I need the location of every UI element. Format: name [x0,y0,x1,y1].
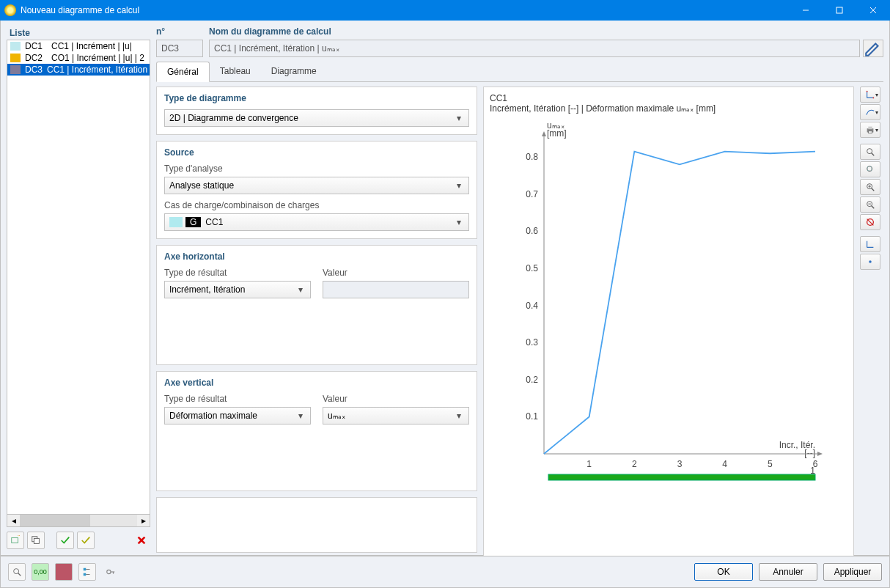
item-label: CO1 | Incrément | |u| | 2 [51,53,144,63]
analysis-type-combo[interactable]: Analyse statique ▾ [164,177,469,194]
field-label: Cas de charge/combinaison de charges [164,200,469,210]
svg-rect-1 [836,7,842,13]
check-yellow-button[interactable] [77,532,95,549]
field-label: Type de résultat [164,268,311,278]
svg-text:0.7: 0.7 [526,189,538,199]
section-title: Type de diagramme [164,93,469,103]
loadcase-color-swatch [169,217,183,227]
svg-rect-34 [548,474,815,480]
dialog-footer: 0,00 OK Annuler Appliquer [0,556,890,588]
item-code: DC2 [25,53,47,63]
svg-point-55 [14,569,19,574]
chart-subtitle: Incrément, Itération [--] | Déformation … [490,103,847,114]
edit-name-button[interactable] [863,40,883,57]
section-title: Axe horizontal [164,251,469,262]
svg-text:3: 3 [677,459,683,469]
main-pane: n° DC3 Nom du diagramme de calcul CC1 | … [156,26,883,549]
chart-panel: CC1 Incrément, Itération [--] | Déformat… [483,87,854,588]
chart-svg: 0.10.20.30.40.50.60.70.8123456uₘₐₓ[mm]In… [490,117,847,498]
tab-general[interactable]: Général [156,62,210,82]
tab-table[interactable]: Tableau [210,62,261,81]
field-label: Valeur [323,394,469,404]
tool-zoom-out-button[interactable] [860,196,880,213]
tool-reset-button[interactable] [860,214,880,230]
chevron-down-icon: ▾ [295,411,306,421]
name-label: Nom du diagramme de calcul [209,26,883,37]
svg-marker-31 [542,131,546,136]
svg-text:1: 1 [810,466,815,476]
diagram-list[interactable]: DC1 CC1 | Incrément | |u| DC2 CO1 | Incr… [7,40,150,515]
svg-line-42 [872,153,875,156]
color-swatch [10,42,21,51]
item-label: CC1 | Incrément, Itération | u [47,65,150,75]
maximize-button[interactable] [823,0,856,21]
check-green-button[interactable] [56,532,74,549]
svg-point-61 [107,570,111,573]
svg-text:2: 2 [632,459,637,469]
tree-button[interactable] [78,563,96,581]
units-button[interactable]: 0,00 [32,563,49,581]
svg-point-37 [873,98,875,99]
tool-zoom-in-button[interactable] [860,179,880,195]
v-value-combo[interactable]: uₘₐₓ ▾ [323,407,469,425]
list-pane: Liste DC1 CC1 | Incrément | |u| DC2 CO1 … [7,26,150,549]
chevron-down-icon: ▾ [454,180,464,191]
help-button[interactable] [8,563,26,581]
svg-rect-40 [868,131,872,133]
tool-print-button[interactable]: ▾ [860,122,880,138]
list-item[interactable]: DC3 CC1 | Incrément, Itération | u [7,64,150,76]
close-button[interactable] [856,0,890,21]
list-item[interactable]: DC1 CC1 | Incrément | |u| [7,40,150,52]
chart-title: CC1 [490,93,847,103]
svg-text:0.4: 0.4 [526,301,538,311]
svg-point-36 [867,91,868,92]
name-field[interactable]: CC1 | Incrément, Itération | uₘₐₓ [209,40,860,57]
apply-button[interactable]: Appliquer [823,563,882,581]
svg-text:0.6: 0.6 [526,226,538,236]
svg-marker-33 [817,452,823,456]
panel-source: Source Type d'analyse Analyse statique ▾… [156,141,477,239]
svg-text:0.1: 0.1 [526,411,538,422]
tool-axes-button[interactable]: ▾ [860,87,880,103]
tool-axes2-button[interactable] [860,236,880,252]
minimize-button[interactable] [789,0,823,21]
svg-line-48 [872,188,875,191]
tab-strip: Général Tableau Diagramme [156,62,883,82]
h-result-combo[interactable]: Incrément, Itération ▾ [164,281,311,298]
scroll-right-icon[interactable]: ▸ [137,515,150,526]
tool-zoom-fit-button[interactable] [860,144,880,160]
list-item[interactable]: DC2 CO1 | Incrément | |u| | 2 [7,52,150,64]
tool-zoom-area-button[interactable] [860,161,880,177]
section-title: Source [164,147,469,158]
list-toolbar: * [7,532,150,549]
svg-text:5: 5 [768,459,773,469]
tab-page: Type de diagramme 2D | Diagramme de conv… [156,87,883,588]
delete-button[interactable] [133,532,150,549]
loadcase-combo[interactable]: G CC1 ▾ [164,213,469,231]
tool-point-button[interactable] [860,254,880,270]
new-item-button[interactable]: * [7,532,24,549]
diagram-type-combo[interactable]: 2D | Diagramme de convergence ▾ [164,109,469,127]
color-button[interactable] [55,563,73,581]
chevron-down-icon: ▾ [454,411,464,421]
ok-button[interactable]: OK [694,563,753,581]
tab-diagram[interactable]: Diagramme [261,62,327,81]
svg-text:*: * [18,535,21,540]
scroll-left-icon[interactable]: ◂ [7,515,20,526]
num-field[interactable]: DC3 [156,40,203,57]
chart-area[interactable]: 0.10.20.30.40.50.60.70.8123456uₘₐₓ[mm]In… [490,117,847,498]
svg-text:4: 4 [722,459,727,469]
svg-text:0.3: 0.3 [526,337,538,348]
title-bar: Nouveau diagramme de calcul [0,0,890,21]
list-scrollbar[interactable]: ◂ ▸ [7,515,150,527]
svg-rect-58 [84,573,87,576]
cancel-button[interactable]: Annuler [759,563,817,581]
form-column: Type de diagramme 2D | Diagramme de conv… [156,87,477,588]
key-button[interactable] [102,563,119,581]
svg-text:0.2: 0.2 [526,375,538,385]
copy-item-button[interactable] [27,532,45,549]
tool-curve-button[interactable]: ▾ [860,104,880,120]
svg-text:[--]: [--] [804,448,815,458]
item-code: DC1 [25,41,47,51]
v-result-combo[interactable]: Déformation maximale ▾ [164,407,311,425]
